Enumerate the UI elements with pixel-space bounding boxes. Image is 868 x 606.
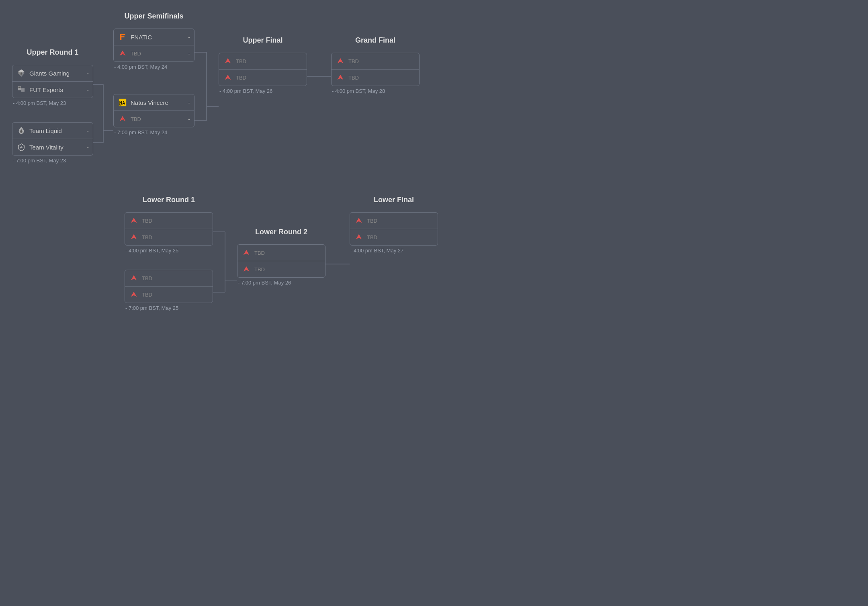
upper-r1-m2-time: - 7:00 pm BST, May 23 (12, 158, 66, 164)
liquid-logo (16, 126, 26, 135)
upper-semis: Upper Semifinals FNATIC - (113, 12, 194, 139)
upper-r1-m2-team2-score: - (82, 144, 89, 151)
lower-final-team2-row: TBD (350, 229, 438, 245)
lower-r1-match1: TBD TBD - 4:0 (125, 212, 213, 254)
upper-r1-m2-team1-name: Team Liquid (29, 127, 79, 134)
upper-semi-match2: NA VI Natus Vincere - (113, 94, 194, 135)
upper-semi-m1-team1-score: - (184, 34, 190, 41)
lower-final: Lower Final TBD (350, 196, 438, 258)
val-logo-uf-t1 (223, 56, 233, 66)
val-logo-gf-t2 (336, 73, 345, 82)
upper-final-team2-row: TBD (219, 70, 307, 86)
upper-r1-m2-team1-row: Team Liquid - (12, 123, 93, 139)
upper-semi-m1-team1-name: FNATIC (131, 34, 180, 41)
lower-r1-m2-team2-row: TBD (125, 287, 213, 303)
upper-r1-m1-team2-score: - (82, 86, 89, 93)
fnatic-logo (118, 32, 127, 42)
lower-r2-m1-team2-row: TBD (237, 261, 325, 277)
lower-final-title: Lower Final (374, 196, 414, 204)
lower-round2: Lower Round 2 TBD (237, 228, 326, 290)
upper-semi-m2-team2-score: - (184, 116, 190, 123)
upper-r1-m2-team1-score: - (82, 127, 89, 134)
val-logo-lr1-m2-t1 (129, 273, 139, 283)
val-logo-lf-t1 (354, 216, 364, 225)
svg-rect-2 (18, 87, 21, 88)
upper-round1-title: Upper Round 1 (27, 48, 79, 57)
grand-final-team1-row: TBD (332, 53, 419, 70)
fut-logo (16, 85, 26, 94)
lower-round2-title: Lower Round 2 (255, 228, 307, 236)
lower-final-team1-name: TBD (367, 218, 424, 224)
grand-final-team1-name: TBD (348, 58, 405, 64)
val-logo-lr1-m1-t1 (129, 216, 139, 225)
upper-semi-m1-team2-row: TBD - (114, 45, 194, 61)
val-logo-lr2-m1-t2 (242, 264, 251, 274)
giants-logo (16, 68, 26, 78)
lower-r2-m1-team1-name: TBD (254, 250, 311, 256)
upper-semi-m1-time: - 4:00 pm BST, May 24 (113, 64, 167, 70)
val-logo-gf-t1 (336, 56, 345, 66)
lower-round1: Lower Round 1 TBD (125, 196, 213, 315)
lower-r1-m1-time: - 4:00 pm BST, May 25 (125, 248, 178, 254)
val-logo-semi-m1-t2 (118, 49, 127, 58)
lower-r1-m1-team2-row: TBD (125, 229, 213, 245)
upper-r1-m1-team1-row: Giants Gaming - (12, 65, 93, 82)
svg-text:VI: VI (119, 104, 122, 106)
upper-semi-m1-team2-score: - (184, 50, 190, 57)
upper-semi-m2-time: - 7:00 pm BST, May 24 (113, 129, 167, 135)
lower-r1-m1-team2-name: TBD (142, 234, 199, 240)
lower-r1-match2: TBD TBD - 7:0 (125, 270, 213, 311)
lower-r1-m2-team1-row: TBD (125, 270, 213, 287)
val-logo-uf-t2 (223, 73, 233, 82)
vitality-logo (16, 142, 26, 152)
upper-semi-m2-team1-row: NA VI Natus Vincere - (114, 94, 194, 111)
lower-r2-match1: TBD TBD - 7:00 pm BST, May 26 (237, 244, 326, 286)
grand-final-title: Grand Final (355, 36, 395, 45)
upper-r1-m1-team2-row: FUT Esports - (12, 82, 93, 98)
grand-final: Grand Final TBD (331, 36, 420, 98)
lower-final-time: - 4:00 pm BST, May 27 (350, 248, 403, 254)
lower-round1-title: Lower Round 1 (143, 196, 195, 204)
upper-semi-m1-team1-row: FNATIC - (114, 29, 194, 45)
upper-final-team1-row: TBD (219, 53, 307, 70)
bracket-container: Upper Round 1 Giants Gaming - (12, 12, 856, 320)
upper-semis-title: Upper Semifinals (124, 12, 183, 20)
grand-final-team2-name: TBD (348, 75, 405, 81)
upper-semi-m2-team2-row: TBD - (114, 111, 194, 127)
val-logo-lr2-m1-t1 (242, 248, 251, 258)
val-logo-lr1-m2-t2 (129, 290, 139, 299)
lower-final-team2-name: TBD (367, 234, 424, 240)
lower-final-match: TBD TBD - 4:00 pm BST, May 27 (350, 212, 438, 254)
grand-final-time: - 4:00 pm BST, May 28 (331, 88, 385, 94)
upper-r1-m2-team2-row: Team Vitality - (12, 139, 93, 155)
lower-r1-m2-team1-name: TBD (142, 275, 199, 281)
lower-r2-m1-time: - 7:00 pm BST, May 26 (237, 280, 291, 286)
upper-r1-match2: Team Liquid - Team Vitality - - 7:00 pm … (12, 122, 93, 164)
upper-final-title: Upper Final (243, 36, 283, 45)
upper-r1-m2-team2-name: Team Vitality (29, 144, 79, 151)
svg-rect-4 (21, 88, 25, 92)
upper-r1-m1-team1-name: Giants Gaming (29, 70, 79, 77)
lower-r1-m1-team1-row: TBD (125, 213, 213, 229)
upper-r1-m1-team1-score: - (82, 70, 89, 77)
lower-r2-m1-team1-row: TBD (237, 245, 325, 261)
lower-r2-m1-team2-name: TBD (254, 266, 311, 272)
lower-r1-m2-time: - 7:00 pm BST, May 25 (125, 305, 178, 311)
upper-final-match: TBD TBD - 4:00 pm BST, May 26 (219, 53, 307, 94)
upper-final-time: - 4:00 pm BST, May 26 (219, 88, 272, 94)
upper-final-team2-name: TBD (236, 75, 293, 81)
val-logo-lf-t2 (354, 232, 364, 242)
upper-semi-match1: FNATIC - TBD - (113, 29, 194, 70)
grand-final-match: TBD TBD - 4:00 pm BST, May 28 (331, 53, 420, 94)
upper-r1-match1: Giants Gaming - FUT Esports - - 4:00 pm … (12, 65, 93, 106)
upper-r1-m1-time: - 4:00 pm BST, May 23 (12, 100, 66, 106)
upper-semi-m2-team2-name: TBD (131, 116, 180, 122)
val-logo-lr1-m1-t2 (129, 232, 139, 242)
lower-final-team1-row: TBD (350, 213, 438, 229)
upper-semi-m2-team1-score: - (184, 99, 190, 106)
upper-r1-m1-team2-name: FUT Esports (29, 86, 79, 93)
lower-r1-m2-team2-name: TBD (142, 292, 199, 298)
upper-round1: Upper Round 1 Giants Gaming - (12, 48, 93, 168)
upper-semi-m2-team1-name: Natus Vincere (131, 99, 180, 106)
upper-semi-m1-team2-name: TBD (131, 51, 180, 57)
